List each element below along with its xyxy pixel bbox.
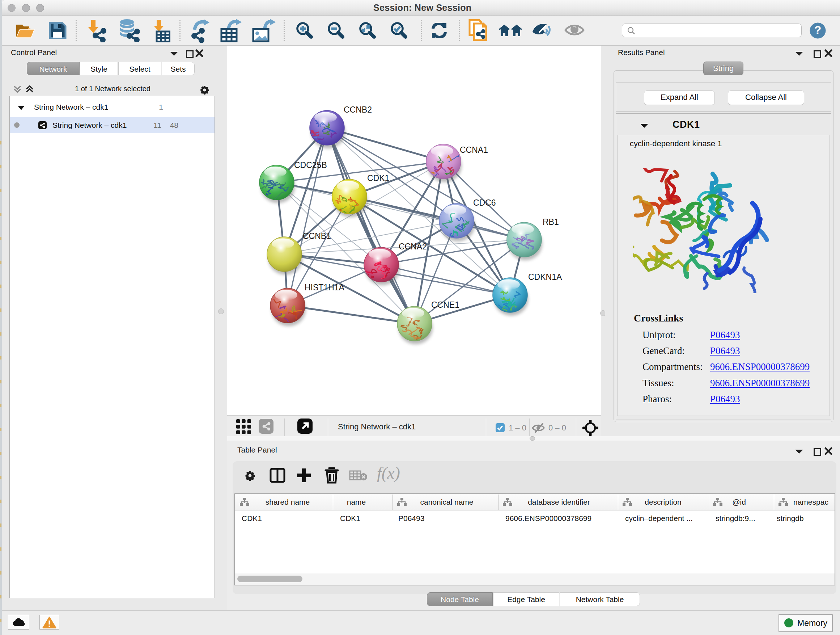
svg-text:CDK1: CDK1 [367, 173, 389, 183]
svg-text:CCNB1: CCNB1 [303, 231, 331, 241]
svg-text:CDC6: CDC6 [473, 198, 496, 207]
svg-text:CDKN1A: CDKN1A [528, 272, 562, 282]
svg-text:CCNA1: CCNA1 [460, 145, 488, 155]
svg-text:CCNB2: CCNB2 [344, 105, 372, 114]
svg-text:RB1: RB1 [543, 217, 559, 226]
svg-text:?: ? [814, 24, 821, 36]
svg-text:HIST1H1A: HIST1H1A [305, 283, 345, 292]
svg-text:CDC25B: CDC25B [294, 160, 327, 170]
svg-text:CCNA2: CCNA2 [399, 242, 427, 251]
svg-text:CCNE1: CCNE1 [431, 300, 459, 310]
